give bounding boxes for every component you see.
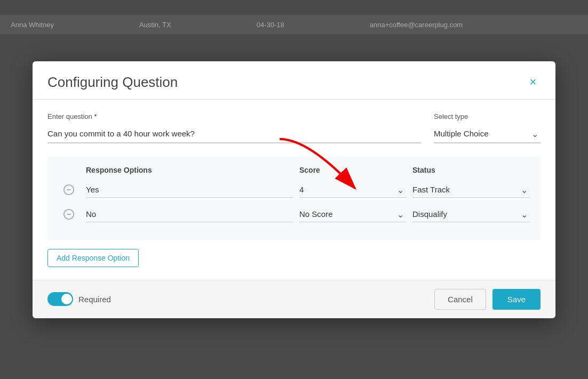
modal-overlay: Configuring Question × Enter question * … [0, 0, 588, 379]
question-row: Enter question * Select type Multiple Ch… [47, 112, 541, 143]
modal-dialog: Configuring Question × Enter question * … [33, 61, 555, 318]
response-col-header: Response Options [86, 166, 293, 174]
remove-row-1-button[interactable] [58, 184, 80, 196]
modal-title: Configuring Question [47, 74, 178, 91]
select-type-label: Select type [434, 112, 541, 120]
response-input-1[interactable] [86, 182, 293, 198]
score-select-2-wrapper: No Score 1 2 3 4 5 ⌄ [299, 206, 406, 222]
select-type-field: Select type Multiple Choice Yes/No Short… [434, 112, 541, 143]
required-label: Required [78, 295, 111, 304]
add-response-button[interactable]: Add Response Option [47, 249, 139, 267]
toggle-slider [47, 292, 73, 306]
status-select-1-wrapper: No Status Fast Track Disqualify Consider… [412, 182, 530, 198]
save-button[interactable]: Save [492, 289, 541, 310]
score-select-1-wrapper: No Score 1 2 3 4 5 ⌄ [299, 182, 406, 198]
response-input-2[interactable] [86, 206, 293, 222]
question-input[interactable] [47, 125, 421, 143]
select-type-wrapper: Multiple Choice Yes/No Short Answer Rati… [434, 125, 541, 143]
close-button[interactable]: × [526, 75, 541, 90]
required-toggle[interactable] [47, 292, 73, 306]
question-label: Enter question * [47, 112, 421, 120]
footer-buttons: Cancel Save [434, 289, 541, 310]
status-select-2-wrapper: No Status Fast Track Disqualify Consider… [412, 206, 530, 222]
question-field: Enter question * [47, 112, 421, 143]
score-select-1[interactable]: No Score 1 2 3 4 5 [299, 182, 406, 198]
modal-body: Enter question * Select type Multiple Ch… [33, 100, 555, 280]
score-select-2[interactable]: No Score 1 2 3 4 5 [299, 206, 406, 222]
score-col-header: Score [299, 166, 406, 174]
status-select-2[interactable]: No Status Fast Track Disqualify Consider [412, 206, 530, 222]
table-row: No Score 1 2 3 4 5 ⌄ No Status Fast Trac… [58, 182, 530, 198]
modal-footer: Required Cancel Save [33, 280, 555, 318]
response-options-table: Response Options Score Status [47, 156, 541, 240]
remove-row-2-button[interactable] [58, 208, 80, 220]
status-col-header: Status [412, 166, 530, 174]
cancel-button[interactable]: Cancel [434, 289, 486, 310]
required-toggle-wrapper: Required [47, 292, 111, 306]
response-table-header: Response Options Score Status [58, 166, 530, 174]
table-row: No Score 1 2 3 4 5 ⌄ No Status Fast Trac… [58, 206, 530, 222]
modal-header: Configuring Question × [33, 61, 555, 100]
select-type-dropdown[interactable]: Multiple Choice Yes/No Short Answer Rati… [434, 125, 541, 143]
status-select-1[interactable]: No Status Fast Track Disqualify Consider [412, 182, 530, 198]
